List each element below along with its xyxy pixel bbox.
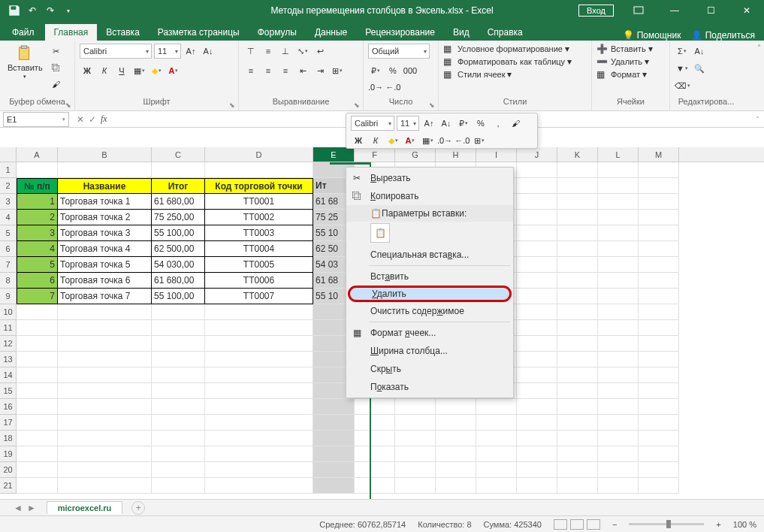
ribbon-display-icon[interactable] xyxy=(621,0,656,21)
cell[interactable]: Торговая точка 6 xyxy=(58,273,152,289)
tab-formulas[interactable]: Формулы xyxy=(249,24,306,41)
cell[interactable] xyxy=(436,462,476,478)
cell[interactable]: ТТ0001 xyxy=(205,194,313,210)
cell[interactable]: Торговая точка 1 xyxy=(58,194,152,210)
autosum-icon[interactable]: Σ xyxy=(675,44,690,59)
cell[interactable] xyxy=(17,304,58,320)
cell[interactable] xyxy=(517,257,557,273)
cell[interactable] xyxy=(639,431,679,446)
cell[interactable] xyxy=(557,446,598,462)
mini-dec-decimal-icon[interactable]: ←.0 xyxy=(454,133,470,148)
save-icon[interactable] xyxy=(8,4,21,17)
cell[interactable]: 2 xyxy=(17,210,58,225)
cell[interactable] xyxy=(517,415,557,431)
col-header-A[interactable]: A xyxy=(17,147,58,162)
cell[interactable] xyxy=(436,415,476,431)
delete-cells-button[interactable]: ➖Удалить ▾ xyxy=(596,56,665,67)
cell[interactable]: 55 100,00 xyxy=(152,225,205,241)
cell[interactable] xyxy=(598,478,639,494)
cell[interactable] xyxy=(17,383,58,399)
insert-function-icon[interactable]: fx xyxy=(101,113,107,125)
cell[interactable] xyxy=(517,367,557,383)
cell[interactable] xyxy=(639,415,679,431)
cell[interactable]: 55 100,00 xyxy=(152,289,205,304)
cell[interactable] xyxy=(476,431,517,446)
cell[interactable] xyxy=(639,320,679,336)
col-header-G[interactable]: G xyxy=(395,147,436,162)
cell[interactable] xyxy=(598,162,639,178)
cell[interactable] xyxy=(639,210,679,225)
sheet-tab-active[interactable]: microexcel.ru xyxy=(47,501,123,514)
mini-merge-icon[interactable]: ⊞ xyxy=(472,133,487,148)
col-header-L[interactable]: L xyxy=(598,147,639,162)
cell[interactable]: Название xyxy=(58,178,152,194)
cell[interactable] xyxy=(557,178,598,194)
cell[interactable] xyxy=(639,399,679,415)
align-middle-icon[interactable]: ≡ xyxy=(261,44,276,59)
cell[interactable] xyxy=(557,241,598,257)
cell[interactable] xyxy=(557,194,598,210)
cell[interactable] xyxy=(517,273,557,289)
cell[interactable]: Торговая точка 7 xyxy=(58,289,152,304)
row-header[interactable]: 4 xyxy=(0,210,17,225)
cell[interactable] xyxy=(557,320,598,336)
mini-font-color-icon[interactable]: A xyxy=(403,133,418,148)
cell[interactable] xyxy=(639,336,679,352)
cell-styles-button[interactable]: ▦Стили ячеек ▾ xyxy=(443,69,587,80)
add-sheet-icon[interactable]: + xyxy=(131,501,145,515)
row-header[interactable]: 21 xyxy=(0,478,17,494)
number-launcher-icon[interactable]: ⬊ xyxy=(429,101,435,109)
clear-icon[interactable]: ⌫ xyxy=(675,78,690,93)
cell[interactable] xyxy=(639,273,679,289)
cell[interactable]: 7 xyxy=(17,289,58,304)
undo-icon[interactable]: ↶ xyxy=(26,4,39,17)
share-button[interactable]: 👤 Поделиться xyxy=(691,30,755,41)
cell[interactable] xyxy=(598,415,639,431)
name-box[interactable]: E1▾ xyxy=(3,112,69,127)
align-left-icon[interactable]: ≡ xyxy=(243,63,258,78)
view-buttons[interactable] xyxy=(554,519,600,530)
cell[interactable] xyxy=(598,194,639,210)
cell[interactable] xyxy=(205,462,313,478)
cell[interactable] xyxy=(598,367,639,383)
cell[interactable] xyxy=(205,478,313,494)
tell-me[interactable]: 💡 Помощник xyxy=(623,30,681,41)
conditional-formatting-button[interactable]: ▦Условное форматирование ▾ xyxy=(443,44,587,54)
row-header[interactable]: 2 xyxy=(0,178,17,194)
cell[interactable] xyxy=(17,320,58,336)
collapse-ribbon-icon[interactable]: ˄ xyxy=(757,44,761,52)
cell[interactable] xyxy=(395,431,436,446)
cell[interactable] xyxy=(639,162,679,178)
cm-clear[interactable]: Очистить содержимое xyxy=(346,302,513,320)
cell[interactable]: 61 680,00 xyxy=(152,194,205,210)
cell[interactable] xyxy=(517,478,557,494)
cell[interactable]: 5 xyxy=(17,257,58,273)
cell[interactable] xyxy=(639,194,679,210)
font-launcher-icon[interactable]: ⬊ xyxy=(229,101,235,109)
cell[interactable] xyxy=(598,336,639,352)
cell[interactable] xyxy=(557,367,598,383)
cell[interactable] xyxy=(598,257,639,273)
cell[interactable]: 61 680,00 xyxy=(152,273,205,289)
row-header[interactable]: 5 xyxy=(0,225,17,241)
cell[interactable] xyxy=(152,367,205,383)
cell[interactable] xyxy=(557,162,598,178)
cell[interactable] xyxy=(17,446,58,462)
col-header-J[interactable]: J xyxy=(517,147,557,162)
cell[interactable] xyxy=(517,225,557,241)
orientation-icon[interactable]: ⤡ xyxy=(295,44,310,59)
cell[interactable] xyxy=(58,320,152,336)
row-header[interactable]: 13 xyxy=(0,352,17,367)
number-format-combo[interactable]: Общий xyxy=(368,44,430,59)
cell[interactable] xyxy=(436,446,476,462)
mini-size-combo[interactable]: 11 xyxy=(397,116,419,131)
row-header[interactable]: 10 xyxy=(0,304,17,320)
cell[interactable] xyxy=(205,367,313,383)
format-painter-icon[interactable]: 🖌 xyxy=(49,77,64,92)
cell[interactable] xyxy=(639,178,679,194)
increase-indent-icon[interactable]: ⇥ xyxy=(313,63,328,78)
cell[interactable] xyxy=(598,210,639,225)
row-header[interactable]: 9 xyxy=(0,289,17,304)
qat-dropdown-icon[interactable]: ▾ xyxy=(62,4,75,17)
cell[interactable]: Торговая точка 3 xyxy=(58,225,152,241)
